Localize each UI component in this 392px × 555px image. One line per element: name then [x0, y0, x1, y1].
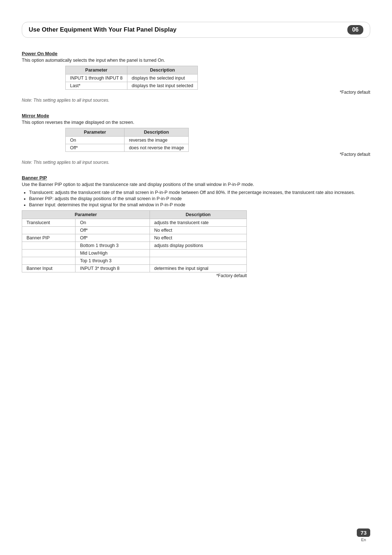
bullet-item-2: Banner PIP: adjusts the display position… [29, 196, 370, 201]
mirror-table-col1: Parameter [66, 128, 124, 137]
banner-row1-desc: adjusts the translucent rate [150, 219, 246, 227]
banner-row5-p2: Mid Low/High [75, 250, 150, 257]
table-row: Banner Input INPUT 3* through 8 determin… [22, 265, 247, 272]
mirror-factory-default-wrap: *Factory default [65, 152, 370, 158]
banner-row7-desc: determines the input signal [150, 265, 246, 272]
page-number: 73 [357, 528, 370, 537]
table-row: On reverses the image [66, 137, 189, 144]
banner-row6-p2: Top 1 through 3 [75, 257, 150, 265]
banner-col1: Parameter [22, 211, 150, 219]
header-bar: Use Other Equipment With Your Flat Panel… [22, 22, 370, 38]
power-on-mode-table: Parameter Description INPUT 1 through IN… [65, 66, 198, 90]
table-row: Top 1 through 3 [22, 257, 247, 265]
page: Use Other Equipment With Your Flat Panel… [0, 0, 392, 555]
mirror-factory-default: *Factory default [340, 152, 370, 157]
banner-row3-p1: Banner PIP [22, 234, 75, 242]
mirror-table-col2: Description [124, 128, 188, 137]
table-row: Banner PIP Off* No effect [22, 234, 247, 242]
power-note: Note: This setting applies to all input … [22, 98, 370, 103]
power-factory-default-wrap: *Factory default [65, 90, 370, 96]
banner-row5-p1 [22, 250, 75, 257]
power-table-col1: Parameter [66, 66, 127, 74]
power-row1-param: INPUT 1 through INPUT 8 [66, 74, 127, 82]
power-row1-desc: displays the selected input [127, 74, 198, 82]
table-row: Off* No effect [22, 227, 247, 234]
banner-row2-desc: No effect [150, 227, 246, 234]
mirror-mode-desc: This option reverses the image displayed… [22, 120, 370, 125]
bullet-item-1: Translucent: adjusts the translucent rat… [29, 190, 370, 195]
table-row: Last* displays the last input selected [66, 82, 198, 90]
banner-row2-p2: Off* [75, 227, 150, 234]
banner-pip-title: Banner PIP [22, 175, 370, 181]
banner-row3-desc: No effect [150, 234, 246, 242]
page-lang: En [361, 538, 366, 542]
mirror-row1-param: On [66, 137, 124, 144]
banner-row6-p1 [22, 257, 75, 265]
mirror-row2-param: Off* [66, 144, 124, 152]
banner-row5-desc [150, 250, 246, 257]
banner-row4-p2: Bottom 1 through 3 [75, 242, 150, 250]
table-row: INPUT 1 through INPUT 8 displays the sel… [66, 74, 198, 82]
page-number-wrap: 73 En [357, 528, 370, 542]
banner-row7-p1: Banner Input [22, 265, 75, 272]
header-title: Use Other Equipment With Your Flat Panel… [29, 26, 344, 33]
banner-col3: Description [150, 211, 246, 219]
table-row: Mid Low/High [22, 250, 247, 257]
power-row2-desc: displays the last input selected [127, 82, 198, 90]
mirror-mode-section: Mirror Mode This option reverses the ima… [22, 113, 370, 165]
power-factory-default: *Factory default [340, 90, 370, 95]
mirror-mode-table: Parameter Description On reverses the im… [65, 128, 189, 152]
power-row2-param: Last* [66, 82, 127, 90]
banner-row7-p2: INPUT 3* through 8 [75, 265, 150, 272]
banner-pip-bullets: Translucent: adjusts the translucent rat… [29, 190, 370, 207]
power-on-mode-title: Power On Mode [22, 51, 370, 56]
mirror-mode-title: Mirror Mode [22, 113, 370, 118]
banner-pip-table: Parameter Description Translucent On adj… [22, 210, 247, 272]
banner-factory-default: *Factory default [216, 273, 247, 278]
banner-pip-section: Banner PIP Use the Banner PIP option to … [22, 175, 370, 279]
table-row: Bottom 1 through 3 adjusts display posit… [22, 242, 247, 250]
header-badge: 06 [347, 25, 363, 35]
mirror-note: Note: This setting applies to all input … [22, 160, 370, 165]
table-row: Translucent On adjusts the translucent r… [22, 219, 247, 227]
banner-factory-default-wrap: *Factory default [22, 273, 247, 279]
power-on-mode-desc: This option automatically selects the in… [22, 58, 370, 63]
mirror-row2-desc: does not reverse the image [124, 144, 188, 152]
mirror-row1-desc: reverses the image [124, 137, 188, 144]
banner-row6-desc [150, 257, 246, 265]
banner-row4-desc: adjusts display positions [150, 242, 246, 250]
banner-row1-p2: On [75, 219, 150, 227]
power-on-mode-section: Power On Mode This option automatically … [22, 51, 370, 103]
power-table-col2: Description [127, 66, 198, 74]
banner-row1-p1: Translucent [22, 219, 75, 227]
banner-row2-p1 [22, 227, 75, 234]
banner-pip-desc: Use the Banner PIP option to adjust the … [22, 182, 370, 187]
table-row: Off* does not reverse the image [66, 144, 189, 152]
banner-row3-p2: Off* [75, 234, 150, 242]
banner-row4-p1 [22, 242, 75, 250]
bullet-item-3: Banner Input: determines the input signa… [29, 202, 370, 207]
